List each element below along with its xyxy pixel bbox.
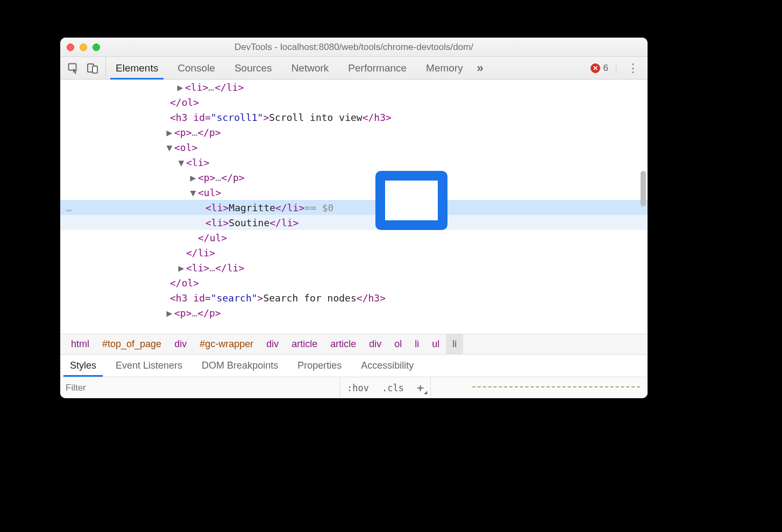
zoom-icon[interactable] (93, 44, 100, 51)
tab-elements[interactable]: Elements (106, 57, 168, 79)
inspect-element-icon[interactable] (67, 62, 79, 74)
window-controls (67, 44, 100, 51)
minimize-icon[interactable] (80, 44, 87, 51)
crumb-li[interactable]: li (408, 334, 425, 354)
scrollbar-thumb[interactable] (641, 171, 646, 206)
box-model-pane (431, 377, 648, 398)
styles-filter-box[interactable] (60, 377, 340, 398)
styles-tools: :hov .cls +◢ (340, 377, 431, 398)
settings-menu-icon[interactable]: ⋮ (624, 61, 642, 75)
dom-tree-panel[interactable]: ▶<li>…</li> </ol> <h3 id="scroll1">Scrol… (60, 80, 648, 334)
subtab-accessibility[interactable]: Accessibility (351, 355, 423, 377)
highlight-box-icon (375, 171, 447, 230)
crumb-article[interactable]: article (285, 334, 324, 354)
crumb-div[interactable]: div (168, 334, 193, 354)
subtab-event-listeners[interactable]: Event Listeners (106, 355, 192, 377)
dom-line[interactable]: ▶<p>…</p> (60, 125, 648, 140)
crumb-article[interactable]: article (324, 334, 362, 354)
devtools-window: DevTools - localhost:8080/web/tools/chro… (60, 38, 648, 398)
dom-line[interactable]: ▼<li> (60, 155, 648, 170)
titlebar: DevTools - localhost:8080/web/tools/chro… (60, 38, 648, 57)
dom-line-selected[interactable]: …<li>Magritte</li> == $0 (60, 200, 648, 215)
crumb-ol[interactable]: ol (388, 334, 408, 354)
crumb-li-current[interactable]: li (446, 334, 463, 354)
toolbar-left (60, 57, 106, 79)
close-icon[interactable] (67, 44, 74, 51)
dom-line-hover[interactable]: <li>Soutine</li> (60, 215, 648, 230)
tab-console[interactable]: Console (168, 57, 225, 79)
styles-filter-input[interactable] (66, 383, 335, 393)
subpanel-tabs: Styles Event Listeners DOM Breakpoints P… (60, 354, 648, 377)
dom-line[interactable]: </ol> (60, 275, 648, 290)
dom-line[interactable]: </ol> (60, 95, 648, 110)
device-toolbar-icon[interactable] (87, 62, 98, 74)
subtab-styles[interactable]: Styles (60, 355, 106, 377)
error-icon[interactable]: ✕ (591, 63, 600, 73)
window-title: DevTools - localhost:8080/web/tools/chro… (60, 42, 648, 53)
main-tabbar: Elements Console Sources Network Perform… (60, 57, 648, 80)
styles-filter-bar: :hov .cls +◢ (60, 377, 648, 398)
crumb-html[interactable]: html (65, 334, 96, 354)
hov-toggle[interactable]: :hov (340, 377, 375, 398)
separator (616, 62, 616, 74)
panel-tabs: Elements Console Sources Network Perform… (106, 57, 488, 79)
dom-line[interactable]: ▼<ul> (60, 185, 648, 200)
dom-line[interactable]: <h3 id="search">Search for nodes</h3> (60, 290, 648, 305)
dom-breadcrumb: html #top_of_page div #gc-wrapper div ar… (60, 334, 648, 354)
dom-line[interactable]: </ul> (60, 230, 648, 245)
new-style-rule-icon[interactable]: +◢ (410, 377, 430, 398)
crumb-gc-wrapper[interactable]: #gc-wrapper (193, 334, 260, 354)
subtab-dom-breakpoints[interactable]: DOM Breakpoints (192, 355, 288, 377)
tab-sources[interactable]: Sources (225, 57, 282, 79)
dom-line[interactable]: ▼<ol> (60, 140, 648, 155)
crumb-div[interactable]: div (362, 334, 388, 354)
svg-rect-2 (93, 66, 97, 73)
dom-line[interactable]: </li> (60, 245, 648, 260)
scrollbar[interactable] (641, 80, 646, 334)
tab-memory[interactable]: Memory (416, 57, 473, 79)
toolbar-right: ✕ 6 ⋮ (591, 61, 648, 75)
crumb-ul[interactable]: ul (425, 334, 446, 354)
dom-line[interactable]: ▶<p>…</p> (60, 305, 648, 320)
crumb-top-of-page[interactable]: #top_of_page (96, 334, 168, 354)
dom-line[interactable]: ▶<li>…</li> (60, 260, 648, 275)
tab-performance[interactable]: Performance (338, 57, 416, 79)
svg-rect-0 (69, 63, 76, 70)
subtab-properties[interactable]: Properties (288, 355, 351, 377)
dom-line[interactable]: <h3 id="scroll1">Scroll into view</h3> (60, 110, 648, 125)
gutter-dots-icon[interactable]: … (65, 202, 73, 213)
more-tabs-icon[interactable]: » (473, 61, 488, 75)
dom-line[interactable]: ▶<p>…</p> (60, 170, 648, 185)
error-count[interactable]: 6 (603, 63, 608, 74)
box-model-margin-icon (472, 386, 640, 390)
cls-toggle[interactable]: .cls (375, 377, 410, 398)
crumb-div[interactable]: div (260, 334, 285, 354)
dom-line[interactable]: ▶<li>…</li> (60, 80, 648, 95)
tab-network[interactable]: Network (282, 57, 339, 79)
